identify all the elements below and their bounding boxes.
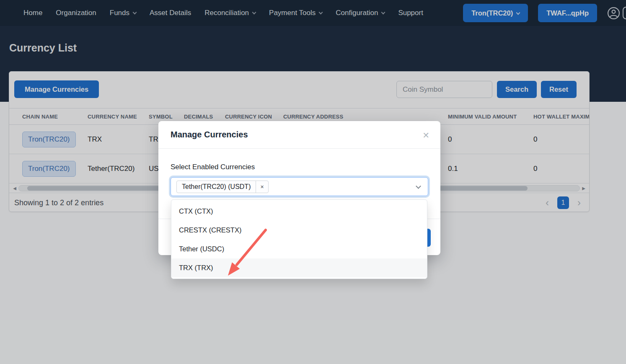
close-icon[interactable]: ✕ [422,130,429,140]
screen: Home Organization Funds Asset Details Re… [0,0,626,364]
dropdown-option-usdc[interactable]: Tether (USDC) [171,240,427,258]
dropdown-option-crestx[interactable]: CRESTX (CRESTX) [171,221,427,240]
dropdown-option-ctx[interactable]: CTX (CTX) [171,202,427,221]
enabled-currencies-select[interactable]: Tether(TRC20) (USDT) × [171,177,428,196]
currency-options-dropdown: CTX (CTX) CRESTX (CRESTX) Tether (USDC) … [171,199,427,279]
chevron-down-icon [416,183,421,189]
select-enabled-currencies-label: Select Enabled Currencies [171,163,428,171]
modal-header: Manage Currencies ✕ [158,121,440,149]
dropdown-option-trx[interactable]: TRX (TRX) [171,258,427,277]
modal-title: Manage Currencies [171,130,248,139]
selected-currency-tag: Tether(TRC20) (USDT) × [176,181,269,193]
modal-body: Select Enabled Currencies Tether(TRC20) … [158,149,440,196]
remove-tag-icon[interactable]: × [256,181,268,193]
selected-currency-tag-label: Tether(TRC20) (USDT) [177,181,256,193]
